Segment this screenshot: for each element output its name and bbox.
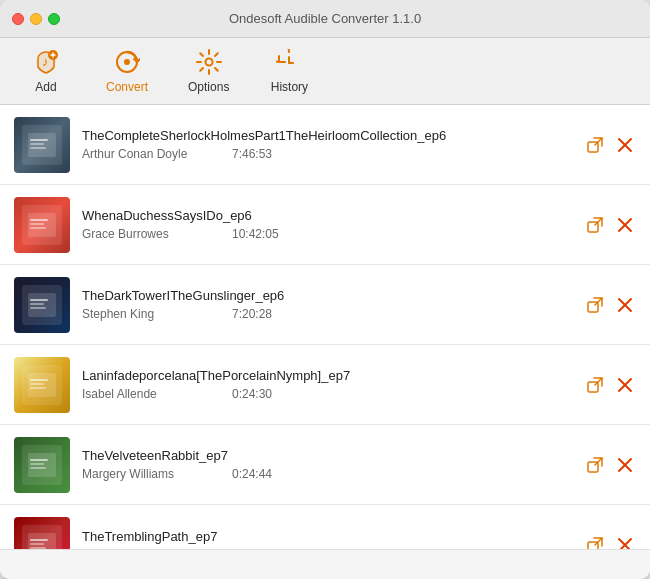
book-cover [14, 197, 70, 253]
svg-rect-11 [30, 139, 48, 141]
book-author: Isabel Allende [82, 387, 202, 401]
delete-icon [616, 136, 634, 154]
history-button[interactable]: History [259, 44, 319, 98]
svg-rect-12 [30, 143, 44, 145]
edit-icon [586, 136, 604, 154]
book-info: TheVelveteenRabbit_ep7 Margery Williams … [82, 448, 572, 481]
delete-icon [616, 376, 634, 394]
row-actions [584, 214, 636, 236]
book-title: Laninfadeporcelana[ThePorcelainNymph]_ep… [82, 368, 572, 383]
main-window: Ondesoft Audible Converter 1.1.0 ♪ Add [0, 0, 650, 579]
book-row: WhenaDuchessSaysIDo_ep6 Grace Burrowes 1… [0, 185, 650, 265]
delete-button[interactable] [614, 214, 636, 236]
svg-rect-57 [30, 543, 44, 545]
svg-point-5 [124, 59, 130, 65]
svg-rect-31 [30, 307, 46, 309]
edit-icon [586, 376, 604, 394]
delete-button[interactable] [614, 374, 636, 396]
book-row: TheVelveteenRabbit_ep7 Margery Williams … [0, 425, 650, 505]
book-meta: Grace Burrowes 10:42:05 [82, 227, 572, 241]
book-cover [14, 277, 70, 333]
add-button[interactable]: ♪ Add [16, 44, 76, 98]
book-meta: Arthur Conan Doyle 7:46:53 [82, 147, 572, 161]
book-info: TheDarkTowerITheGunslinger_ep6 Stephen K… [82, 288, 572, 321]
svg-point-6 [205, 59, 212, 66]
book-title: TheDarkTowerITheGunslinger_ep6 [82, 288, 572, 303]
edit-button[interactable] [584, 294, 606, 316]
edit-button[interactable] [584, 374, 606, 396]
traffic-lights [12, 13, 60, 25]
toolbar: ♪ Add Convert [0, 38, 650, 105]
delete-button[interactable] [614, 454, 636, 476]
svg-rect-13 [30, 147, 46, 149]
history-label: History [271, 80, 308, 94]
minimize-button[interactable] [30, 13, 42, 25]
book-author: Grace Burrowes [82, 227, 202, 241]
book-cover [14, 437, 70, 493]
row-actions [584, 454, 636, 476]
row-actions [584, 374, 636, 396]
row-actions [584, 534, 636, 549]
svg-rect-39 [30, 383, 44, 385]
edit-button[interactable] [584, 454, 606, 476]
svg-text:♪: ♪ [42, 54, 49, 69]
delete-icon [616, 296, 634, 314]
convert-label: Convert [106, 80, 148, 94]
svg-rect-20 [30, 219, 48, 221]
svg-rect-22 [30, 227, 46, 229]
add-label: Add [35, 80, 56, 94]
edit-icon [586, 296, 604, 314]
close-button[interactable] [12, 13, 24, 25]
book-cover [14, 117, 70, 173]
delete-icon [616, 456, 634, 474]
book-list: TheCompleteSherlockHolmesPart1TheHeirloo… [0, 105, 650, 549]
delete-button[interactable] [614, 534, 636, 549]
row-actions [584, 134, 636, 156]
maximize-button[interactable] [48, 13, 60, 25]
book-title: WhenaDuchessSaysIDo_ep6 [82, 208, 572, 223]
book-title: TheTremblingPath_ep7 [82, 529, 572, 544]
book-info: TheCompleteSherlockHolmesPart1TheHeirloo… [82, 128, 572, 161]
book-cover [14, 357, 70, 413]
svg-rect-48 [30, 463, 44, 465]
book-duration: 0:24:44 [232, 467, 272, 481]
options-button[interactable]: Options [178, 44, 239, 98]
delete-button[interactable] [614, 294, 636, 316]
book-row: TheDarkTowerITheGunslinger_ep6 Stephen K… [0, 265, 650, 345]
edit-button[interactable] [584, 214, 606, 236]
delete-button[interactable] [614, 134, 636, 156]
edit-icon [586, 536, 604, 549]
book-row: TheCompleteSherlockHolmesPart1TheHeirloo… [0, 105, 650, 185]
book-meta: Stephen King 7:20:28 [82, 307, 572, 321]
svg-rect-29 [30, 299, 48, 301]
svg-rect-21 [30, 223, 44, 225]
book-meta: Isabel Allende 0:24:30 [82, 387, 572, 401]
delete-icon [616, 536, 634, 549]
book-duration: 7:46:53 [232, 147, 272, 161]
book-title: TheCompleteSherlockHolmesPart1TheHeirloo… [82, 128, 572, 143]
convert-button[interactable]: Convert [96, 44, 158, 98]
row-actions [584, 294, 636, 316]
edit-button[interactable] [584, 134, 606, 156]
book-info: TheTremblingPath_ep7 Mark Tufo 11:36:34 [82, 529, 572, 550]
svg-rect-47 [30, 459, 48, 461]
book-title: TheVelveteenRabbit_ep7 [82, 448, 572, 463]
delete-icon [616, 216, 634, 234]
book-author: Stephen King [82, 307, 202, 321]
history-icon [275, 48, 303, 76]
book-author: Margery Williams [82, 467, 202, 481]
bottom-padding [0, 549, 650, 579]
options-label: Options [188, 80, 229, 94]
book-duration: 10:42:05 [232, 227, 279, 241]
edit-button[interactable] [584, 534, 606, 549]
window-title: Ondesoft Audible Converter 1.1.0 [229, 11, 421, 26]
add-icon: ♪ [32, 48, 60, 76]
book-duration: 0:24:30 [232, 387, 272, 401]
convert-icon [113, 48, 141, 76]
book-info: WhenaDuchessSaysIDo_ep6 Grace Burrowes 1… [82, 208, 572, 241]
svg-rect-38 [30, 379, 48, 381]
svg-rect-30 [30, 303, 44, 305]
svg-rect-40 [30, 387, 46, 389]
book-row: Laninfadeporcelana[ThePorcelainNymph]_ep… [0, 345, 650, 425]
book-duration: 7:20:28 [232, 307, 272, 321]
